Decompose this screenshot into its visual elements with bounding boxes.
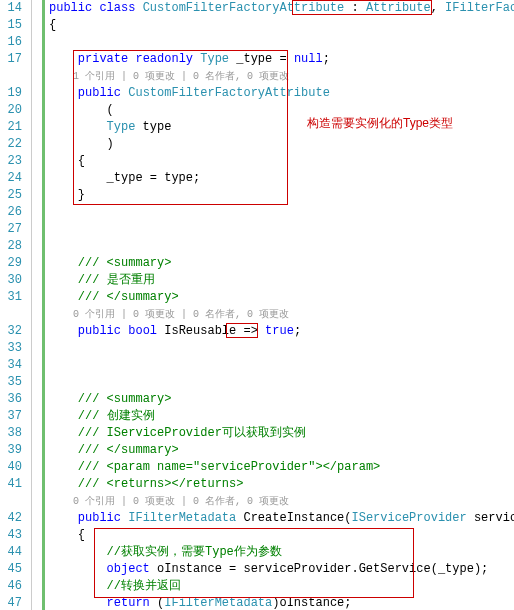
line-number-gutter: 1415161719202122232425262728293031323334…	[0, 0, 28, 610]
line-number: 30	[0, 272, 22, 289]
line-number: 20	[0, 102, 22, 119]
keyword: object	[107, 562, 150, 576]
line-number: 40	[0, 459, 22, 476]
doc-comment: /// </summary>	[78, 290, 179, 304]
line-number: 29	[0, 255, 22, 272]
doc-comment: /// </summary>	[78, 443, 179, 457]
line-number: 34	[0, 357, 22, 374]
type: Type	[107, 120, 136, 134]
line-number: 14	[0, 0, 22, 17]
line-number: 45	[0, 561, 22, 578]
doc-comment: /// <summary>	[78, 256, 172, 270]
text: ;	[294, 324, 301, 338]
keyword: null	[294, 52, 323, 66]
line-number: 32	[0, 323, 22, 340]
keyword: class	[99, 1, 135, 15]
param: serviceProvider)	[467, 511, 514, 525]
line-number: 39	[0, 442, 22, 459]
paren: (	[107, 103, 114, 117]
text: ;	[323, 52, 330, 66]
paren: )	[107, 137, 114, 151]
doc-comment: /// <summary>	[78, 392, 172, 406]
text: :	[344, 1, 366, 15]
keyword: readonly	[135, 52, 193, 66]
line-number: 17	[0, 51, 22, 68]
keyword: return	[107, 596, 150, 610]
keyword: public	[49, 1, 92, 15]
codelens[interactable]: 1 个引用 | 0 项更改 | 0 名作者, 0 项更改	[49, 68, 514, 85]
line-number: 38	[0, 425, 22, 442]
code-editor[interactable]: 1415161719202122232425262728293031323334…	[0, 0, 514, 610]
doc-comment: /// 是否重用	[78, 273, 155, 287]
line-number: 47	[0, 595, 22, 610]
line-number: 19	[0, 85, 22, 102]
text: (	[150, 596, 164, 610]
stmt: oInstance = serviceProvider.GetService(_…	[150, 562, 488, 576]
line-number: 21	[0, 119, 22, 136]
line-number: 33	[0, 340, 22, 357]
line-number	[0, 68, 22, 85]
stmt: _type = type;	[107, 171, 201, 185]
line-number	[0, 493, 22, 510]
code-area[interactable]: public class CustomFilterFactoryAttribut…	[45, 0, 514, 610]
codelens[interactable]: 0 个引用 | 0 项更改 | 0 名作者, 0 项更改	[49, 493, 514, 510]
line-number: 15	[0, 17, 22, 34]
doc-comment: /// 创建实例	[78, 409, 155, 423]
line-number: 41	[0, 476, 22, 493]
comment: //获取实例，需要Type作为参数	[107, 545, 282, 559]
line-number: 26	[0, 204, 22, 221]
text: _type =	[229, 52, 294, 66]
method-name: CreateInstance(	[236, 511, 351, 525]
line-number: 27	[0, 221, 22, 238]
line-number: 37	[0, 408, 22, 425]
text: ,	[431, 1, 445, 15]
line-number: 44	[0, 544, 22, 561]
line-number: 46	[0, 578, 22, 595]
line-number: 24	[0, 170, 22, 187]
text: )oInstance;	[272, 596, 351, 610]
brace: {	[78, 528, 85, 542]
collapse-bar[interactable]	[28, 0, 42, 610]
type: IFilterMetadata	[164, 596, 272, 610]
line-number: 36	[0, 391, 22, 408]
return-type: IFilterMetadata	[128, 511, 236, 525]
doc-comment: /// IServiceProvider可以获取到实例	[78, 426, 306, 440]
line-number: 25	[0, 187, 22, 204]
line-number	[0, 306, 22, 323]
brace: {	[49, 17, 514, 34]
line-number: 16	[0, 34, 22, 51]
ctor-name: CustomFilterFactoryAttribute	[121, 86, 330, 100]
brace: {	[78, 154, 85, 168]
line-number: 43	[0, 527, 22, 544]
keyword: bool	[128, 324, 157, 338]
line-number: 35	[0, 374, 22, 391]
type: Type	[200, 52, 229, 66]
brace: }	[78, 188, 85, 202]
keyword: public	[78, 511, 121, 525]
doc-comment: /// <returns></returns>	[78, 477, 244, 491]
doc-comment: /// <param name="serviceProvider"></para…	[78, 460, 380, 474]
line-number: 23	[0, 153, 22, 170]
line-number: 42	[0, 510, 22, 527]
codelens[interactable]: 0 个引用 | 0 项更改 | 0 名作者, 0 项更改	[49, 306, 514, 323]
annotation-text: 构造需要实例化的Type类型	[307, 115, 453, 132]
param: type	[135, 120, 171, 134]
param-type: IServiceProvider	[351, 511, 466, 525]
base-type: Attribute	[366, 1, 431, 15]
class-name: CustomFilterFactoryAttribute	[143, 1, 345, 15]
line-number: 31	[0, 289, 22, 306]
keyword: true	[265, 324, 294, 338]
keyword: private	[78, 52, 128, 66]
keyword: public	[78, 324, 121, 338]
keyword: public	[78, 86, 121, 100]
comment: //转换并返回	[107, 579, 181, 593]
line-number: 28	[0, 238, 22, 255]
line-number: 22	[0, 136, 22, 153]
member: IsReusable =>	[157, 324, 265, 338]
interface-type: IFilterFactory	[445, 1, 514, 15]
